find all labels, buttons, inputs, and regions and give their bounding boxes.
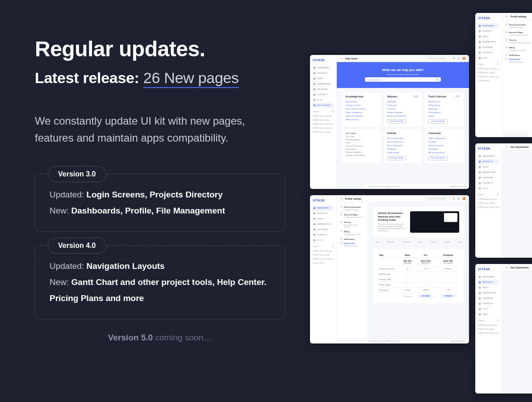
promo-image [410, 211, 459, 233]
version-4-box: Version 4.0 Updated: Navigation Layouts … [35, 245, 285, 319]
filter-icon [452, 57, 455, 59]
mockup-seo-2: IOTASK DASHBOARDPROJECTSTASKSKANBAN DESK… [475, 264, 532, 394]
page-heading: Regular updates. [35, 37, 285, 61]
footer-right: About WhiteUnifilms [450, 186, 465, 188]
hero-subtitle: Type your question to search an answer [387, 73, 419, 75]
mockup-seo-1: IOTASK DASHBOARDPROJECTSTASKSKANBAN DESK… [475, 143, 532, 258]
avatar [462, 57, 465, 60]
page-subheading: Latest release: 26 New pages [35, 69, 285, 87]
version-3-badge: Version 3.0 [48, 166, 106, 182]
v4-new: New: Gantt Chart and other project tools… [50, 274, 270, 306]
mockup-help-center: IOTASK DASHBOARDPROJECTSTASKSKANBAN DESK… [310, 55, 469, 189]
subheading-highlight: 26 New pages [143, 69, 239, 88]
bell-icon [457, 57, 460, 59]
logo: IOTASK [313, 59, 334, 62]
v3-new: New: Dashboards, Profile, File Managemen… [50, 203, 270, 219]
hero-search: Type your question🔍 [365, 77, 441, 82]
search-input: Search for task and etc. [425, 56, 450, 60]
topbar-title: Help Center [345, 57, 358, 60]
coming-soon: Version 5.0 coming soon… [35, 333, 285, 343]
screenshot-gallery: IOTASK DASHBOARDPROJECTSTASKSKANBAN DESK… [310, 13, 532, 402]
footer-left: © 2019 WhiteUnifilms — All Rights Reserv… [368, 186, 399, 188]
hero-title: What can we help you with? [382, 68, 423, 71]
subheading-prefix: Latest release: [35, 69, 139, 86]
page-description: We constantly update UI kit with new pag… [35, 113, 285, 147]
v3-updated: Updated: Login Screens, Projects Directo… [50, 187, 270, 203]
v4-updated: Updated: Navigation Layouts [50, 258, 270, 274]
nav-help-center: HELP CENTER [313, 103, 334, 108]
promo-desc: This is the third article of a three-par… [378, 223, 406, 232]
mockup-profile-settings: IOTASK DASHBOARDPROJECTSTASKSKANBAN DESK… [310, 195, 469, 343]
version-3-box: Version 3.0 Updated: Login Screens, Proj… [35, 174, 285, 232]
version-4-badge: Version 4.0 [48, 238, 106, 254]
mockup-profile-crop: IOTASK DASHBOARDPROJECTSTASKSKANBAN DESK… [475, 13, 532, 137]
promo-title: Unlock all premium features and start wo… [378, 212, 406, 222]
